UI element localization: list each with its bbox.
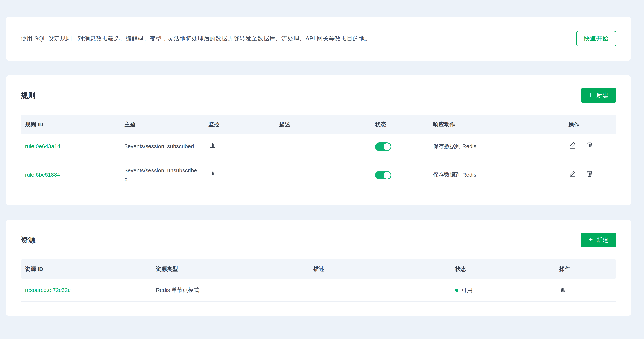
resources-table: 资源 ID 资源类型 描述 状态 操作 resource:ef72c32c Re… <box>21 260 616 302</box>
pencil-icon <box>568 141 576 149</box>
intro-banner-card: 使用 SQL 设定规则，对消息数据筛选、编解码、变型，灵活地将处理后的数据无缝转… <box>6 16 631 61</box>
bar-chart-icon <box>208 169 216 178</box>
trash-icon <box>559 285 567 293</box>
rules-col-id: 规则 ID <box>21 115 120 134</box>
rule-id-link[interactable]: rule:6bc61884 <box>25 172 60 178</box>
rule-status-toggle[interactable] <box>375 171 391 179</box>
rule-edit-button[interactable] <box>568 141 576 149</box>
plus-icon: + <box>588 91 593 99</box>
rules-title: 规则 <box>21 90 35 100</box>
rule-action: 保存数据到 Redis <box>429 134 564 159</box>
rule-topic: $events/session_unsubscribed <box>120 159 204 191</box>
rules-table: 规则 ID 主题 监控 描述 状态 响应动作 操作 rule:0e643a14 … <box>21 115 616 191</box>
rule-edit-button[interactable] <box>568 170 576 177</box>
pencil-icon <box>568 170 576 177</box>
page-content: 使用 SQL 设定规则，对消息数据筛选、编解码、变型，灵活地将处理后的数据无缝转… <box>6 0 631 316</box>
intro-description: 使用 SQL 设定规则，对消息数据筛选、编解码、变型，灵活地将处理后的数据无缝转… <box>21 34 371 43</box>
trash-icon <box>586 141 594 149</box>
rules-card: 规则 + 新建 规则 ID 主题 监控 描述 状态 响应动作 操作 <box>6 75 631 205</box>
rules-new-button-label: 新建 <box>596 91 609 99</box>
resources-col-status: 状态 <box>451 260 555 279</box>
rules-col-action: 响应动作 <box>429 115 564 134</box>
rules-col-operations: 操作 <box>564 115 616 134</box>
rule-description <box>275 134 371 159</box>
resource-description <box>309 279 451 302</box>
resources-section-head: 资源 + 新建 <box>21 233 616 247</box>
rules-col-description: 描述 <box>275 115 371 134</box>
bar-chart-icon <box>208 141 216 149</box>
rule-delete-button[interactable] <box>586 141 594 149</box>
rules-col-status: 状态 <box>371 115 429 134</box>
resources-col-type: 资源类型 <box>152 260 309 279</box>
resource-id-link[interactable]: resource:ef72c32c <box>25 287 70 293</box>
resource-type: Redis 单节点模式 <box>152 279 309 302</box>
rules-col-monitor: 监控 <box>204 115 275 134</box>
trash-icon <box>586 170 594 177</box>
plus-icon: + <box>588 236 593 243</box>
resources-new-button[interactable]: + 新建 <box>581 233 616 247</box>
rule-monitor-button[interactable] <box>208 141 216 149</box>
rule-action: 保存数据到 Redis <box>429 159 564 191</box>
rules-table-header-row: 规则 ID 主题 监控 描述 状态 响应动作 操作 <box>21 115 616 134</box>
resource-delete-button[interactable] <box>559 285 567 293</box>
toggle-knob <box>384 172 390 179</box>
rules-col-topic: 主题 <box>120 115 204 134</box>
resources-col-id: 资源 ID <box>21 260 152 279</box>
resources-title: 资源 <box>21 235 35 245</box>
toggle-knob <box>384 143 390 150</box>
rule-table-row: rule:0e643a14 $events/session_subscribed <box>21 134 616 159</box>
quick-start-button[interactable]: 快速开始 <box>576 31 616 46</box>
rule-topic: $events/session_subscribed <box>120 134 204 159</box>
resources-col-operations: 操作 <box>555 260 616 279</box>
resources-new-button-label: 新建 <box>596 236 609 244</box>
status-dot-icon <box>455 289 458 292</box>
rules-section-head: 规则 + 新建 <box>21 88 616 103</box>
resource-table-row: resource:ef72c32c Redis 单节点模式 可用 <box>21 279 616 302</box>
rule-status-toggle[interactable] <box>375 142 391 151</box>
rule-monitor-button[interactable] <box>208 169 216 178</box>
resource-status-label: 可用 <box>462 287 472 293</box>
rule-id-link[interactable]: rule:0e643a14 <box>25 143 60 149</box>
rule-description <box>275 159 371 191</box>
resources-col-description: 描述 <box>309 260 451 279</box>
resources-table-header-row: 资源 ID 资源类型 描述 状态 操作 <box>21 260 616 279</box>
rules-new-button[interactable]: + 新建 <box>581 88 616 103</box>
rule-table-row: rule:6bc61884 $events/session_unsubscrib… <box>21 159 616 191</box>
resources-card: 资源 + 新建 资源 ID 资源类型 描述 状态 操作 <box>6 220 631 316</box>
rule-delete-button[interactable] <box>586 170 594 177</box>
